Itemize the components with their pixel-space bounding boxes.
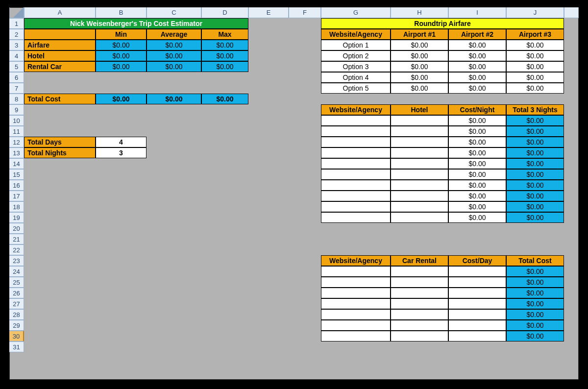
- row-header-18[interactable]: 18: [9, 201, 24, 212]
- cell-D13[interactable]: [201, 147, 248, 158]
- cell-avg[interactable]: $0.00: [147, 50, 201, 61]
- hotel-name[interactable]: [391, 126, 448, 137]
- cell-G22[interactable]: [321, 244, 391, 255]
- cell-K4[interactable]: [564, 50, 579, 61]
- cell-E11[interactable]: [248, 126, 289, 137]
- cell-min[interactable]: $0.00: [96, 50, 147, 61]
- hotel-name[interactable]: [391, 115, 448, 126]
- cell-B28[interactable]: [96, 309, 147, 320]
- cell-K10[interactable]: [564, 115, 579, 126]
- hdr-costnight[interactable]: Cost/Night: [448, 104, 506, 115]
- cell-I22[interactable]: [448, 244, 506, 255]
- cell-B15[interactable]: [96, 169, 147, 180]
- car-name[interactable]: [391, 266, 448, 277]
- cell-A15[interactable]: [24, 169, 96, 180]
- air-a1[interactable]: $0.00: [391, 50, 448, 61]
- air-a2[interactable]: $0.00: [448, 50, 506, 61]
- hotel-name[interactable]: [391, 169, 448, 180]
- hotel-agency[interactable]: [321, 115, 391, 126]
- car-cost[interactable]: [448, 331, 506, 341]
- air-a1[interactable]: $0.00: [391, 61, 448, 72]
- row-header-10[interactable]: 10: [9, 115, 24, 126]
- hotel-cost[interactable]: $0.00: [448, 137, 506, 147]
- cell-B21[interactable]: [96, 234, 147, 244]
- cell-min[interactable]: $0.00: [96, 40, 147, 50]
- hdr-car[interactable]: Car Rental: [391, 255, 448, 266]
- cell-E6[interactable]: [248, 72, 289, 83]
- row-header-24[interactable]: 24: [9, 266, 24, 277]
- hotel-name[interactable]: [391, 201, 448, 212]
- cell-B16[interactable]: [96, 180, 147, 191]
- cell-F17[interactable]: [289, 191, 321, 201]
- cell-C10[interactable]: [147, 115, 201, 126]
- cell-A30[interactable]: [24, 331, 96, 341]
- cell-G21[interactable]: [321, 234, 391, 244]
- cell-A20[interactable]: [24, 223, 96, 234]
- row-header-7[interactable]: 7: [9, 83, 24, 94]
- value-days[interactable]: 4: [96, 137, 147, 147]
- cell-E16[interactable]: [248, 180, 289, 191]
- hotel-total[interactable]: $0.00: [506, 115, 564, 126]
- cell-E30[interactable]: [248, 331, 289, 341]
- cell-F11[interactable]: [289, 126, 321, 137]
- cell-K21[interactable]: [564, 234, 579, 244]
- row-header-30[interactable]: 30: [9, 331, 24, 341]
- air-agency[interactable]: Option 4: [321, 72, 391, 83]
- total-max[interactable]: $0.00: [201, 94, 248, 104]
- car-agency[interactable]: [321, 309, 391, 320]
- air-a3[interactable]: $0.00: [506, 83, 564, 94]
- cell-K18[interactable]: [564, 201, 579, 212]
- hdr-total3n[interactable]: Total 3 Nights: [506, 104, 564, 115]
- cell-K15[interactable]: [564, 169, 579, 180]
- car-agency[interactable]: [321, 298, 391, 309]
- cell-F27[interactable]: [289, 298, 321, 309]
- cell-A22[interactable]: [24, 244, 96, 255]
- cell-A9[interactable]: [24, 104, 96, 115]
- cell-E12[interactable]: [248, 137, 289, 147]
- cell-E18[interactable]: [248, 201, 289, 212]
- cell-E25[interactable]: [248, 277, 289, 288]
- hotel-total[interactable]: $0.00: [506, 147, 564, 158]
- cell-C27[interactable]: [147, 298, 201, 309]
- cell-C18[interactable]: [147, 201, 201, 212]
- cell-E27[interactable]: [248, 298, 289, 309]
- cell-K30[interactable]: [564, 331, 579, 341]
- hotel-total[interactable]: $0.00: [506, 212, 564, 223]
- cell-B26[interactable]: [96, 288, 147, 298]
- car-name[interactable]: [391, 320, 448, 331]
- cell-G8[interactable]: [321, 94, 391, 104]
- cell-E10[interactable]: [248, 115, 289, 126]
- cell-G20[interactable]: [321, 223, 391, 234]
- row-header-8[interactable]: 8: [9, 94, 24, 104]
- row-header-14[interactable]: 14: [9, 158, 24, 169]
- cell-C30[interactable]: [147, 331, 201, 341]
- cell-C16[interactable]: [147, 180, 201, 191]
- hotel-cost[interactable]: $0.00: [448, 147, 506, 158]
- cell-K16[interactable]: [564, 180, 579, 191]
- cell-D10[interactable]: [201, 115, 248, 126]
- cell-A11[interactable]: [24, 126, 96, 137]
- cell-B6[interactable]: [96, 72, 147, 83]
- car-agency[interactable]: [321, 288, 391, 298]
- col-header-B[interactable]: B: [96, 7, 147, 18]
- cell-I21[interactable]: [448, 234, 506, 244]
- car-total[interactable]: $0.00: [506, 298, 564, 309]
- cell-B25[interactable]: [96, 277, 147, 288]
- cell-C9[interactable]: [147, 104, 201, 115]
- col-header-extra[interactable]: [564, 7, 579, 18]
- cell-E28[interactable]: [248, 309, 289, 320]
- value-nights[interactable]: 3: [96, 147, 147, 158]
- cell-C20[interactable]: [147, 223, 201, 234]
- cell-K22[interactable]: [564, 244, 579, 255]
- row-header-15[interactable]: 15: [9, 169, 24, 180]
- row-header-20[interactable]: 20: [9, 223, 24, 234]
- cell-C11[interactable]: [147, 126, 201, 137]
- total-min[interactable]: $0.00: [96, 94, 147, 104]
- car-total[interactable]: $0.00: [506, 309, 564, 320]
- hdr-blank[interactable]: [24, 29, 96, 40]
- hotel-total[interactable]: $0.00: [506, 201, 564, 212]
- hdr-agency-hotel[interactable]: Website/Agency: [321, 104, 391, 115]
- label-nights[interactable]: Total Nights: [24, 147, 96, 158]
- hdr-airport2[interactable]: Airport #2: [448, 29, 506, 40]
- cell-E3[interactable]: [248, 40, 289, 50]
